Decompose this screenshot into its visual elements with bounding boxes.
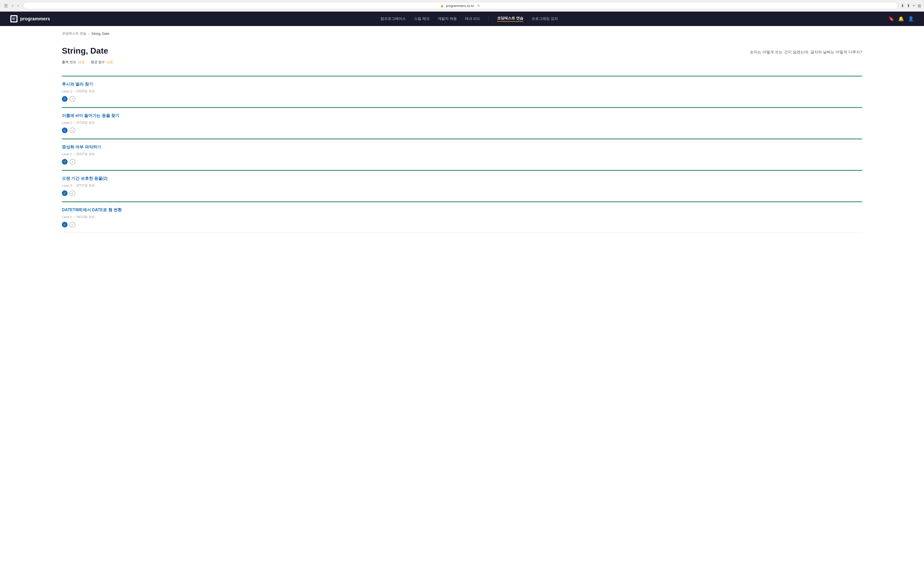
- page-title-area: String, Date 출제 빈도 낮음 평균 점수 낮음: [62, 46, 113, 71]
- browser-controls: ☰ ‹ ›: [3, 2, 20, 9]
- problem-icons: ✓ ≡: [62, 159, 862, 164]
- logo[interactable]: programmers: [10, 15, 50, 23]
- nav-item-top[interactable]: 탑프로그래머스: [381, 16, 406, 21]
- browser-actions: ⬇ ⬆ + ⊞: [901, 3, 921, 8]
- meta-dot: •: [73, 121, 74, 125]
- filter-frequency[interactable]: 출제 빈도 낮음: [62, 60, 84, 64]
- problem-completions: 22725명 완료: [76, 121, 95, 125]
- logo-icon: [10, 15, 18, 23]
- problem-level: Level 2: [62, 153, 72, 156]
- list-icon[interactable]: ≡: [69, 222, 75, 227]
- sidebar-toggle-button[interactable]: ☰: [3, 2, 9, 9]
- solved-icon: ✓: [62, 96, 68, 102]
- problem-item: 루시와 엘라 찾기 Level 2 • 23525명 완료 ✓ ≡: [62, 76, 862, 107]
- list-icon[interactable]: ≡: [69, 190, 75, 196]
- bookmark-icon[interactable]: 🔖: [888, 16, 894, 22]
- problem-meta: Level 2 • 20427명 완료: [62, 152, 862, 156]
- problem-completions: 18727명 완료: [76, 184, 95, 188]
- problem-item: 중성화 여부 파악하기 Level 2 • 20427명 완료 ✓ ≡: [62, 139, 862, 170]
- breadcrumb: 코딩테스트 연습 › String, Date: [0, 26, 924, 41]
- list-icon[interactable]: ≡: [69, 96, 75, 102]
- address-bar[interactable]: 🔒 programmers.co.kr ↻: [23, 2, 898, 9]
- user-icon[interactable]: 👤: [908, 16, 914, 22]
- filter-frequency-label: 출제 빈도: [62, 60, 76, 64]
- page-header: String, Date 출제 빈도 낮음 평균 점수 낮음 숫자는 어떻게 쓰…: [62, 46, 862, 71]
- problem-completions: 19013명 완료: [76, 215, 95, 219]
- reload-icon[interactable]: ↻: [477, 3, 480, 8]
- list-icon[interactable]: ≡: [69, 127, 75, 133]
- download-icon[interactable]: ⬇: [901, 3, 904, 8]
- problem-item: DATETIME에서 DATE로 형 변환 Level 2 • 19013명 완…: [62, 201, 862, 233]
- meta-dot: •: [73, 90, 74, 93]
- page-subtitle: 숫자는 어떻게 쓰는 건지 알겠는데, 글자와 날짜는 어떻게 다루지?: [750, 46, 862, 55]
- solved-icon: ✓: [62, 127, 68, 133]
- problem-level: Level 3: [62, 184, 72, 187]
- site-header: programmers 탑프로그래머스 스킬 체크 개발자 채용 테크 피드 코…: [0, 11, 924, 26]
- problem-completions: 23525명 완료: [76, 89, 95, 93]
- problem-level: Level 2: [62, 90, 72, 93]
- browser-chrome: ☰ ‹ › 🔒 programmers.co.kr ↻ ⬇ ⬆ + ⊞: [0, 0, 924, 11]
- problem-title[interactable]: 오랜 기간 보호한 동물(2): [62, 176, 862, 181]
- meta-dot: •: [73, 215, 74, 219]
- filter-score-label: 평균 점수: [91, 60, 105, 64]
- url-text: programmers.co.kr: [446, 4, 474, 8]
- nav-item-lectures[interactable]: 프로그래밍 강의: [531, 16, 558, 21]
- breadcrumb-current: String, Date: [92, 32, 109, 35]
- filter-score[interactable]: 평균 점수 낮음: [91, 60, 113, 64]
- problem-meta: Level 2 • 23525명 완료: [62, 89, 862, 93]
- filter-score-value: 낮음: [107, 60, 113, 64]
- meta-dot: •: [73, 153, 74, 156]
- lock-icon: 🔒: [440, 4, 444, 8]
- grid-icon[interactable]: ⊞: [918, 3, 921, 8]
- problem-icons: ✓ ≡: [62, 96, 862, 102]
- main-nav: 탑프로그래머스 스킬 체크 개발자 채용 테크 피드 코딩테스트 연습 프로그래…: [381, 16, 558, 22]
- problem-title[interactable]: DATETIME에서 DATE로 형 변환: [62, 207, 862, 213]
- header-icons: 🔖 🔔 👤: [888, 16, 914, 22]
- meta-dot: •: [73, 184, 74, 187]
- problem-meta: Level 2 • 22725명 완료: [62, 121, 862, 125]
- solved-icon: ✓: [62, 159, 68, 164]
- share-icon[interactable]: ⬆: [907, 3, 910, 8]
- problem-level: Level 2: [62, 121, 72, 125]
- breadcrumb-home[interactable]: 코딩테스트 연습: [62, 31, 86, 36]
- problem-meta: Level 3 • 18727명 완료: [62, 184, 862, 188]
- nav-item-jobs[interactable]: 개발자 채용: [438, 16, 457, 21]
- problem-icons: ✓ ≡: [62, 190, 862, 196]
- problem-meta: Level 2 • 19013명 완료: [62, 215, 862, 219]
- problem-title[interactable]: 이름에 el이 들어가는 동물 찾기: [62, 113, 862, 118]
- problem-level: Level 2: [62, 215, 72, 219]
- problem-icons: ✓ ≡: [62, 222, 862, 227]
- problem-item: 이름에 el이 들어가는 동물 찾기 Level 2 • 22725명 완료 ✓…: [62, 107, 862, 139]
- problem-item: 오랜 기간 보호한 동물(2) Level 3 • 18727명 완료 ✓ ≡: [62, 170, 862, 201]
- problem-title[interactable]: 중성화 여부 파악하기: [62, 145, 862, 150]
- nav-item-coding-test[interactable]: 코딩테스트 연습: [497, 16, 523, 22]
- filters: 출제 빈도 낮음 평균 점수 낮음: [62, 60, 113, 64]
- problem-title[interactable]: 루시와 엘라 찾기: [62, 82, 862, 87]
- problem-list: 루시와 엘라 찾기 Level 2 • 23525명 완료 ✓ ≡ 이름에 el…: [62, 76, 862, 233]
- bell-icon[interactable]: 🔔: [898, 16, 904, 22]
- breadcrumb-separator: ›: [89, 32, 89, 35]
- back-button[interactable]: ‹: [11, 2, 14, 9]
- new-tab-icon[interactable]: +: [913, 3, 915, 8]
- logo-text: programmers: [20, 16, 50, 22]
- solved-icon: ✓: [62, 190, 68, 196]
- page-title: String, Date: [62, 46, 113, 56]
- list-icon[interactable]: ≡: [69, 159, 75, 164]
- nav-item-tech[interactable]: 테크 피드: [465, 16, 481, 21]
- forward-button[interactable]: ›: [16, 2, 19, 9]
- main-content: String, Date 출제 빈도 낮음 평균 점수 낮음 숫자는 어떻게 쓰…: [0, 41, 924, 248]
- filter-frequency-value: 낮음: [78, 60, 84, 64]
- solved-icon: ✓: [62, 222, 68, 227]
- nav-item-skill[interactable]: 스킬 체크: [414, 16, 430, 21]
- problem-icons: ✓ ≡: [62, 127, 862, 133]
- problem-completions: 20427명 완료: [76, 152, 95, 156]
